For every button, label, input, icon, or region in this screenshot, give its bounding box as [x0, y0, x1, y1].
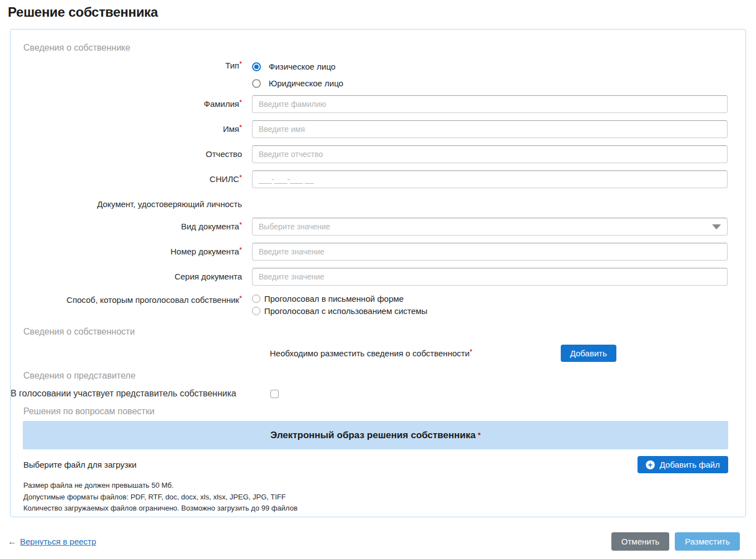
vote-method-row: Способ, которым проголосовал собственник…	[11, 293, 745, 316]
patronymic-row: Отчество	[11, 145, 745, 163]
hint-file-size: Размер файла не должен превышать 50 Мб.	[23, 480, 745, 492]
chevron-down-icon[interactable]	[712, 224, 721, 229]
radio-individual[interactable]: Физическое лицо	[252, 62, 728, 71]
radio-voted-written-label: Проголосовал в письменной форме	[264, 294, 404, 303]
banner-text: Электронный образ решения собственника	[270, 430, 476, 441]
surname-row: Фамилия*	[11, 95, 745, 113]
radio-unselected-icon[interactable]	[252, 79, 261, 88]
patronymic-label: Отчество	[11, 145, 252, 159]
surname-input[interactable]	[252, 95, 728, 113]
left-arrow-icon: ←	[8, 537, 17, 547]
required-asterisk: *	[470, 347, 472, 356]
upload-row: Выберите файл для загрузки + Добавить фа…	[23, 456, 728, 473]
doc-series-row: Серия документа	[11, 268, 745, 286]
back-link-text: Вернуться в реестр	[20, 537, 96, 546]
owner-decision-form-panel: Сведения о собственнике Тип* Физическое …	[10, 29, 746, 517]
doc-series-label: Серия документа	[11, 268, 252, 282]
doc-number-input[interactable]	[252, 243, 728, 261]
radio-legal-entity[interactable]: Юридическое лицо	[252, 79, 728, 88]
representative-checkbox-row: В голосовании участвует представитель со…	[11, 389, 745, 399]
required-asterisk: *	[478, 432, 481, 439]
name-label: Имя*	[11, 120, 252, 134]
radio-unselected-icon[interactable]	[252, 295, 260, 303]
section-header-owner: Сведения о собственнике	[23, 43, 745, 53]
electronic-image-banner: Электронный образ решения собственника*	[23, 421, 728, 449]
add-property-button[interactable]: Добавить	[561, 345, 616, 362]
radio-legal-entity-label: Юридическое лицо	[269, 79, 343, 88]
radio-individual-label: Физическое лицо	[269, 62, 335, 71]
name-input[interactable]	[252, 120, 728, 138]
add-file-button[interactable]: + Добавить файл	[638, 456, 728, 473]
radio-voted-system-label: Проголосовал с использованием системы	[264, 306, 427, 316]
representative-checkbox-label: В голосовании участвует представитель со…	[11, 389, 262, 399]
patronymic-input[interactable]	[252, 145, 728, 163]
radio-voted-system[interactable]: Проголосовал с использованием системы	[252, 306, 728, 316]
required-asterisk: *	[239, 220, 242, 229]
footer: ← Вернуться в реестр Отменить Разместить	[8, 532, 740, 551]
type-label: Тип*	[11, 61, 252, 71]
doc-type-label: Вид документа*	[11, 218, 252, 232]
plus-icon: +	[646, 460, 655, 469]
required-asterisk: *	[239, 123, 242, 131]
upload-hints: Размер файла не должен превышать 50 Мб. …	[23, 480, 745, 514]
representative-checkbox[interactable]	[270, 390, 279, 398]
doc-type-select[interactable]: Выберите значение	[252, 218, 728, 236]
snils-input[interactable]	[252, 170, 728, 188]
required-asterisk: *	[239, 294, 242, 302]
required-asterisk: *	[239, 173, 242, 182]
vote-method-label: Способ, которым проголосовал собственник…	[11, 293, 252, 305]
radio-selected-icon[interactable]	[252, 62, 261, 71]
hint-file-formats: Допустимые форматы файлов: PDF, RTF, doc…	[23, 492, 745, 503]
section-header-decisions: Решения по вопросам повестки	[23, 406, 745, 416]
back-to-registry-link[interactable]: ← Вернуться в реестр	[8, 537, 96, 547]
radio-voted-written[interactable]: Проголосовал в письменной форме	[252, 294, 728, 303]
add-file-button-label: Добавить файл	[660, 460, 720, 469]
page-title: Решение собственника	[8, 4, 756, 20]
property-note-row: Необходимо разместить сведения о собстве…	[11, 345, 745, 362]
property-note: Необходимо разместить сведения о собстве…	[270, 349, 472, 358]
required-asterisk: *	[239, 246, 242, 254]
hint-file-count: Количество загружаемых файлов ограничено…	[23, 503, 745, 514]
surname-label: Фамилия*	[11, 95, 252, 109]
doc-series-input[interactable]	[252, 268, 728, 286]
doc-number-label: Номер документа*	[11, 243, 252, 257]
section-header-representative: Сведения о представителе	[23, 371, 745, 381]
vote-method-radio-group: Проголосовал в письменной форме Проголос…	[252, 293, 728, 316]
doc-type-row: Вид документа* Выберите значение	[11, 218, 745, 236]
cancel-button[interactable]: Отменить	[611, 532, 670, 551]
type-radio-group: Физическое лицо Юридическое лицо	[252, 61, 728, 88]
upload-label: Выберите файл для загрузки	[23, 460, 136, 469]
name-row: Имя*	[11, 120, 745, 138]
identity-doc-header: Документ, удостоверяющий личность	[11, 199, 252, 209]
required-asterisk: *	[239, 98, 242, 106]
section-header-property: Сведения о собственности	[23, 327, 745, 337]
submit-button[interactable]: Разместить	[675, 532, 740, 551]
snils-row: СНИЛС*	[11, 170, 745, 188]
required-asterisk: *	[239, 60, 242, 68]
doc-number-row: Номер документа*	[11, 243, 745, 261]
identity-doc-header-row: Документ, удостоверяющий личность	[11, 199, 745, 209]
doc-type-placeholder: Выберите значение	[259, 222, 330, 231]
snils-label: СНИЛС*	[11, 170, 252, 184]
type-row: Тип* Физическое лицо Юридическое лицо	[11, 61, 745, 88]
radio-unselected-icon[interactable]	[252, 307, 260, 315]
